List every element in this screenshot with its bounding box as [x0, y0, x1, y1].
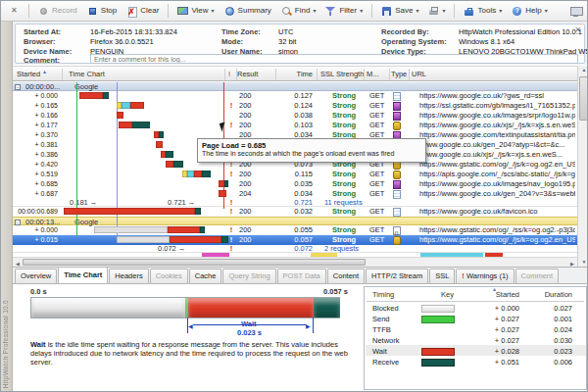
request-url: https://www.google.co.uk/images/srpr/log… — [419, 111, 575, 121]
toolbar-tools-button[interactable]: Tools▾ — [460, 4, 506, 19]
page-load-tooltip: Page Load = 0.685 The time in seconds at… — [197, 138, 426, 163]
timing-col-key[interactable]: Key — [441, 290, 454, 299]
result-code: 200 — [239, 121, 252, 130]
toolbar-print-button[interactable]: ▾ — [424, 4, 449, 19]
toolbar-separator — [371, 4, 372, 18]
result-code: 200 — [239, 111, 252, 121]
page-group-row[interactable]: −00:00:13...Google — [13, 217, 577, 225]
collapse-icon[interactable]: − — [15, 220, 21, 225]
toolbar-view-button[interactable]: View▾ — [173, 4, 218, 19]
page-group-row[interactable]: −00:00:00...Google — [13, 82, 577, 91]
request-row[interactable]: + 0.000!2000.055StrongGEThttps://www.gst… — [13, 225, 577, 235]
timing-row-label: Network — [372, 336, 400, 345]
tools-label: Tools — [477, 6, 496, 16]
vertical-scrollbar[interactable]: ▲ ▼ — [577, 66, 588, 267]
result-code: 200 — [239, 170, 252, 179]
column-header-warn[interactable]: ! — [228, 70, 230, 78]
request-row[interactable]: + 0.519!2000.115StrongGEThttps://apis.go… — [13, 170, 577, 179]
summary-total-time: 0.072 — [277, 245, 313, 253]
blocked-bar-segment — [94, 226, 168, 233]
page-icon — [393, 208, 401, 217]
request-start-offset: + 0.166 — [11, 111, 58, 121]
http-method: GET — [369, 207, 384, 217]
column-header-chart[interactable]: Time Chart — [69, 70, 105, 78]
image-icon — [393, 102, 401, 111]
tab-headers[interactable]: Headers — [109, 269, 148, 283]
toolbar-close-panel-button[interactable] — [5, 4, 24, 19]
tab-time-chart[interactable]: Time Chart — [58, 267, 108, 283]
dropdown-caret-icon: ▾ — [499, 7, 502, 15]
tab-http-2-stream[interactable]: HTTP/2 Stream — [366, 269, 428, 283]
toolbar-clear-button[interactable]: Clear — [122, 4, 163, 19]
collapse-icon[interactable]: − — [15, 84, 21, 90]
column-header-started[interactable]: Started▲ — [17, 70, 40, 78]
toolbar-stop-button[interactable]: Stop — [83, 4, 121, 19]
timing-col-timing[interactable]: Timing — [372, 290, 394, 299]
column-header-result[interactable]: Result — [237, 70, 258, 78]
request-time: 0.115 — [277, 170, 313, 179]
request-url: https://www.gstatic.com/og/_/js/k=og.og2… — [419, 160, 575, 170]
scroll-up-icon[interactable]: ▲ — [579, 66, 588, 74]
horizontal-scroll-thumb[interactable] — [23, 259, 366, 266]
tab-content[interactable]: Content — [327, 269, 365, 283]
toolbar-window-button[interactable] — [566, 4, 585, 19]
request-row[interactable]: 00:00:00.689!2000.032StrongGEThttps://ww… — [13, 207, 577, 217]
stop-label: Stop — [101, 6, 117, 16]
timing-duration-value: 0.023 — [525, 347, 572, 356]
toolbar-filter-button[interactable]: Filter▾ — [321, 4, 367, 19]
request-row[interactable]: + 0.0002000.127StrongGEThttps://www.goog… — [13, 91, 577, 101]
wait-measure-line — [313, 318, 314, 333]
warning-icon: ! — [226, 199, 236, 207]
timing-duration-value: 0.030 — [525, 336, 572, 345]
receive-bar-segment — [224, 180, 228, 187]
page-summary-row[interactable]: 0.181 →0.721 →!0.72111 requests — [13, 199, 577, 207]
toolbar-find-button[interactable]: Find▾ — [277, 4, 320, 19]
request-start-offset: + 0.165 — [11, 101, 58, 111]
ssl-strength: Strong — [332, 91, 356, 101]
request-row[interactable]: + 0.177!2000.103StrongGEThttps://www.goo… — [13, 121, 577, 130]
request-url: https://www.google.co.uk/?gws_rd=ssl — [419, 91, 575, 101]
timing-row-label: Wait — [372, 347, 387, 356]
column-header-type[interactable]: Type — [391, 70, 407, 78]
warning-icon: ! — [226, 170, 236, 179]
info-value-device-type: LENOVO 20BGCTO1WW ThinkPad W540 Intel — [459, 47, 588, 56]
scroll-down-icon[interactable]: ▼ — [579, 258, 588, 267]
dropdown-caret-icon: ▾ — [212, 7, 215, 15]
http-method: GET — [369, 225, 384, 235]
horizontal-scrollbar[interactable]: ◀ ▶ — [13, 257, 577, 267]
wait-bar-segment — [166, 161, 173, 168]
tab-ssl[interactable]: SSL — [429, 269, 455, 283]
info-label-started-at: Started At: — [24, 27, 61, 36]
request-row[interactable]: + 0.165!2000.124StrongGEThttps://ssl.gst… — [13, 101, 577, 111]
page-summary-row[interactable]: 0.072 →!0.0722 requests — [13, 245, 577, 253]
request-row[interactable]: + 0.6852000.035StrongGEThttps://www.goog… — [13, 179, 577, 189]
request-start-offset: + 0.381 — [11, 140, 58, 150]
receive-bar-segment — [221, 236, 228, 243]
toolbar-help-button[interactable]: Help▾ — [508, 4, 551, 19]
column-header-time[interactable]: Time — [277, 70, 313, 78]
column-header-ssl[interactable]: SSL Strength — [320, 70, 364, 78]
toolbar-save-button[interactable]: Save▾ — [377, 4, 422, 19]
tab-warnings-1[interactable]: ! Warnings (1) — [456, 269, 514, 283]
request-start-offset: + 0.000 — [11, 91, 58, 101]
result-code: 200 — [239, 179, 252, 189]
vertical-scroll-thumb[interactable] — [579, 76, 588, 121]
column-header-method[interactable]: M... — [367, 70, 379, 78]
http-method: GET — [369, 121, 384, 130]
column-header-url[interactable]: URL — [412, 70, 426, 78]
timing-col-duration[interactable]: Duration — [525, 290, 572, 299]
tab-overview[interactable]: Overview — [15, 269, 57, 283]
timing-row-label: TTFB — [372, 325, 391, 334]
tab-cache[interactable]: Cache — [189, 269, 222, 283]
wait-bar-segment — [64, 208, 195, 215]
wait-description-term: Wait — [30, 340, 46, 349]
info-value-started-at: 16-Feb-2015 18:31:33.824 — [90, 27, 177, 36]
result-code: 200 — [239, 207, 252, 217]
wait-bar-segment — [79, 92, 103, 99]
request-row[interactable]: + 0.1662000.038StrongGEThttps://www.goog… — [13, 111, 577, 121]
detail-area: 0.0 s 0.057 s Wait 0.023 s Wait is the i… — [13, 284, 588, 392]
info-value-user-name: simon — [278, 47, 298, 56]
toolbar-summary-button[interactable]: Summary — [220, 4, 275, 19]
request-grid: Started▲Time Chart!ResultTimeSSL Strengt… — [13, 66, 588, 267]
ssl-strength: Strong — [332, 101, 356, 111]
